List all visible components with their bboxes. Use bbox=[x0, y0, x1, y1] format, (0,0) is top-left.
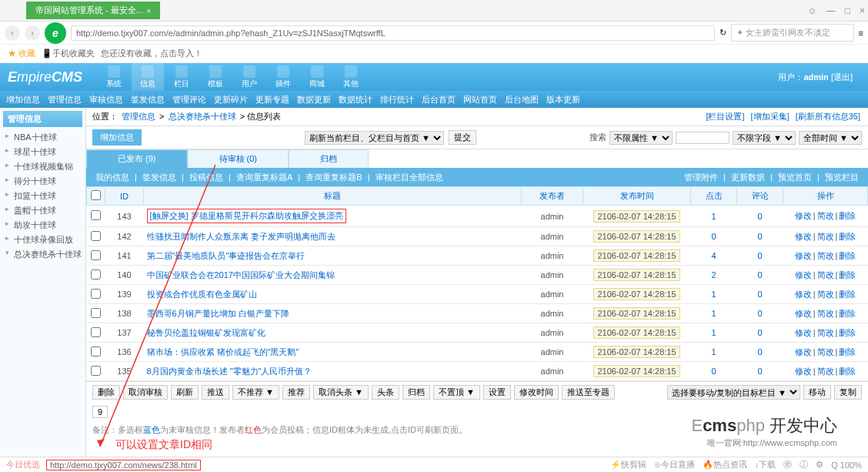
subaction[interactable]: 查询重复标题A bbox=[236, 172, 292, 182]
status-item[interactable]: ↓下载 bbox=[755, 459, 776, 470]
op-del[interactable]: 删除 bbox=[839, 251, 856, 260]
row-clicks[interactable]: 0 bbox=[691, 362, 737, 381]
row-title-link[interactable]: 性骚扰丑闻制作人众叛亲离 妻子发声明抛离他而去 bbox=[147, 232, 336, 241]
subnav-item[interactable]: 签发信息 bbox=[131, 94, 165, 105]
op-copy[interactable]: 简改 bbox=[817, 328, 834, 337]
subaction[interactable]: 预览栏目 bbox=[825, 172, 859, 182]
top-icon-栏目[interactable]: 栏目 bbox=[165, 63, 198, 91]
subnav-item[interactable]: 数据统计 bbox=[339, 94, 372, 105]
row-clicks[interactable]: 4 bbox=[691, 246, 737, 266]
back-button[interactable]: ‹ bbox=[5, 25, 20, 41]
bulk-action-button[interactable]: 取消审核 bbox=[123, 385, 168, 400]
top-icon-其他[interactable]: 其他 bbox=[335, 63, 367, 91]
status-item[interactable]: ⓔ bbox=[783, 459, 792, 470]
op-edit[interactable]: 修改 bbox=[795, 328, 812, 337]
bulk-action-button[interactable]: 设置 bbox=[483, 385, 511, 400]
op-edit[interactable]: 修改 bbox=[795, 290, 812, 299]
op-copy[interactable]: 简改 bbox=[817, 290, 834, 299]
row-title-link[interactable]: 墨西哥6月铜产量比增加 白银产量下降 bbox=[147, 309, 289, 318]
status-item[interactable]: Q 100% bbox=[831, 460, 862, 470]
row-title-link[interactable]: [触屏交换] 罗德里格斯晃开科尔森助攻触屏交换漂亮 bbox=[150, 211, 343, 220]
top-icon-模板[interactable]: 模板 bbox=[199, 63, 232, 91]
op-copy[interactable]: 简改 bbox=[817, 270, 834, 280]
bulk-action-button[interactable]: 刷新 bbox=[171, 385, 199, 400]
op-edit[interactable]: 修改 bbox=[795, 309, 812, 318]
op-del[interactable]: 删除 bbox=[839, 328, 856, 337]
subnav-item[interactable]: 更新专题 bbox=[255, 94, 289, 105]
col-clicks[interactable]: 点击 bbox=[691, 187, 737, 206]
filter-time[interactable]: 全部时间 ▼ bbox=[799, 131, 862, 145]
row-clicks[interactable]: 2 bbox=[691, 266, 737, 285]
close-window-icon[interactable]: × bbox=[860, 5, 865, 16]
crumb-action[interactable]: [刷新所有信息35] bbox=[796, 112, 860, 121]
col-author[interactable]: 发布者 bbox=[522, 187, 583, 206]
row-comments[interactable]: 0 bbox=[737, 323, 783, 343]
op-copy[interactable]: 简改 bbox=[817, 367, 834, 376]
op-del[interactable]: 删除 bbox=[839, 309, 856, 318]
row-id[interactable]: 142 bbox=[105, 227, 144, 246]
op-del[interactable]: 删除 bbox=[839, 270, 856, 280]
op-copy[interactable]: 简改 bbox=[817, 232, 834, 241]
bulk-action-button[interactable]: 头条 bbox=[372, 385, 399, 400]
top-icon-插件[interactable]: 插件 bbox=[267, 63, 299, 91]
today-pick[interactable]: 今日优选 bbox=[6, 459, 40, 470]
status-item[interactable]: ⓘ bbox=[800, 459, 808, 470]
row-clicks[interactable]: 1 bbox=[691, 304, 737, 323]
row-clicks[interactable]: 1 bbox=[691, 323, 737, 343]
bulk-action-button[interactable]: 修改时间 bbox=[514, 385, 559, 400]
op-edit[interactable]: 修改 bbox=[795, 211, 812, 220]
subnav-item[interactable]: 后台首页 bbox=[422, 94, 456, 105]
row-comments[interactable]: 0 bbox=[737, 266, 783, 285]
op-edit[interactable]: 修改 bbox=[795, 367, 812, 376]
row-comments[interactable]: 0 bbox=[737, 227, 783, 246]
row-id[interactable]: 143 bbox=[105, 206, 144, 227]
row-title-link[interactable]: 第二届"最美地质队员"事迹报告会在京举行 bbox=[147, 251, 305, 260]
top-icon-商城[interactable]: 商城 bbox=[301, 63, 333, 91]
row-check[interactable] bbox=[91, 308, 101, 318]
row-id[interactable]: 135 bbox=[105, 362, 144, 381]
subnav-item[interactable]: 管理信息 bbox=[48, 94, 82, 105]
subnav-item[interactable]: 后台地图 bbox=[505, 94, 539, 105]
row-id[interactable]: 141 bbox=[105, 246, 144, 266]
copy-button[interactable]: 复制 bbox=[834, 385, 862, 400]
tab-pending[interactable]: 待审核 (0) bbox=[188, 149, 289, 168]
subnav-item[interactable]: 增加信息 bbox=[6, 94, 40, 105]
status-item[interactable]: ⚙ bbox=[816, 460, 823, 470]
row-check[interactable] bbox=[91, 346, 101, 357]
subaction[interactable]: 审核栏目全部信息 bbox=[376, 172, 443, 182]
subnav-item[interactable]: 审核信息 bbox=[89, 94, 123, 105]
tree-item[interactable]: 十佳球视频集锦 bbox=[3, 159, 82, 174]
address-bar[interactable]: http://demo.tjxy007.com/e/admin/admin.ph… bbox=[71, 25, 715, 41]
op-copy[interactable]: 简改 bbox=[817, 211, 834, 220]
op-del[interactable]: 删除 bbox=[839, 367, 856, 376]
filter-attr[interactable]: 不限属性 ▼ bbox=[609, 131, 673, 145]
row-comments[interactable]: 0 bbox=[737, 362, 783, 381]
tab-published[interactable]: 已发布 (9) bbox=[86, 149, 188, 168]
row-comments[interactable]: 0 bbox=[737, 206, 783, 227]
row-check[interactable] bbox=[91, 366, 101, 376]
subnav-item[interactable]: 版本更新 bbox=[546, 94, 580, 105]
subaction[interactable]: 管理附件 bbox=[684, 172, 718, 182]
tree-item[interactable]: 扣篮十佳球 bbox=[3, 189, 82, 203]
move-target-select[interactable]: 选择要移动/复制的目标栏目 ▼ bbox=[667, 385, 800, 400]
crumb-b[interactable]: 总决赛绝杀十佳球 bbox=[169, 112, 236, 121]
row-clicks[interactable]: 1 bbox=[691, 206, 737, 227]
bulk-action-button[interactable]: 归档 bbox=[402, 385, 430, 400]
max-icon[interactable]: □ bbox=[845, 5, 850, 16]
subaction[interactable]: 查询重复标题B bbox=[305, 172, 362, 182]
row-comments[interactable]: 0 bbox=[737, 343, 783, 362]
row-comments[interactable]: 0 bbox=[737, 246, 783, 266]
row-id[interactable]: 138 bbox=[105, 304, 144, 323]
bulk-action-button[interactable]: 取消头条 ▼ bbox=[313, 385, 369, 400]
col-time[interactable]: 发布时间 bbox=[583, 187, 691, 206]
op-copy[interactable]: 简改 bbox=[817, 309, 834, 318]
row-check[interactable] bbox=[91, 210, 101, 220]
bulk-action-button[interactable]: 推送 bbox=[202, 385, 229, 400]
move-button[interactable]: 移动 bbox=[803, 385, 831, 400]
tree-item[interactable]: NBA十佳球 bbox=[3, 130, 82, 145]
subaction[interactable]: 投稿信息 bbox=[189, 172, 223, 182]
subaction[interactable]: 我的信息 bbox=[95, 172, 129, 182]
favorites-label[interactable]: ★ 收藏 bbox=[8, 48, 35, 59]
row-title-link[interactable]: 投资或合作优质有色金属矿山 bbox=[147, 290, 257, 299]
tab-archive[interactable]: 归档 bbox=[289, 149, 369, 168]
